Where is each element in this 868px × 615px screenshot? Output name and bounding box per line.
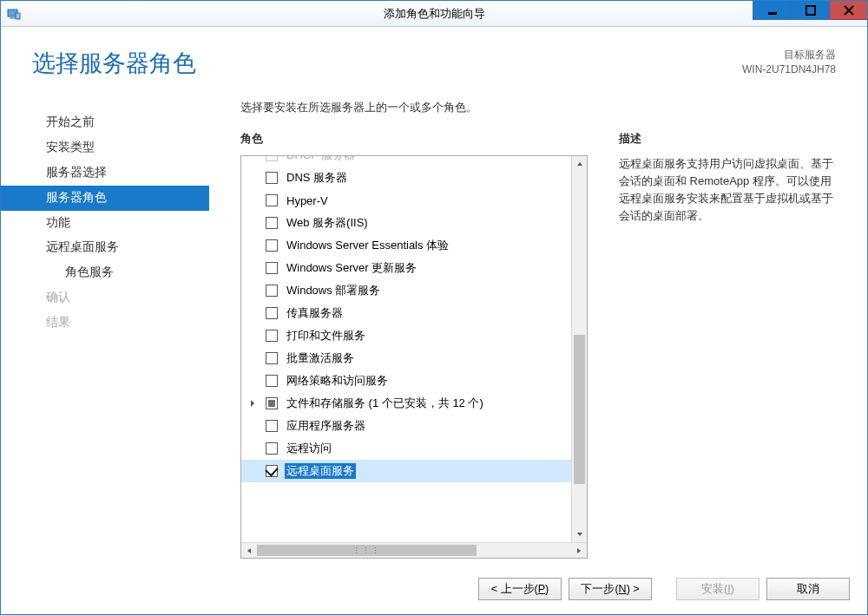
role-checkbox[interactable] (266, 420, 278, 432)
role-row[interactable]: Windows 部署服务 (241, 279, 571, 302)
role-checkbox[interactable] (266, 442, 278, 455)
next-button[interactable]: 下一步(N) > (569, 578, 652, 600)
cancel-button[interactable]: 取消 (766, 578, 850, 600)
step-results: 结果 (1, 311, 209, 336)
scroll-down-button[interactable] (572, 527, 587, 542)
roles-column-label: 角色 (240, 131, 588, 147)
scroll-up-button[interactable] (572, 156, 587, 172)
scroll-track[interactable] (572, 172, 587, 527)
role-checkbox[interactable] (266, 465, 278, 477)
role-checkbox[interactable] (266, 172, 278, 184)
hscroll-left-button[interactable] (241, 543, 257, 558)
role-label: 应用程序服务器 (285, 418, 367, 434)
instruction-text: 选择要安装在所选服务器上的一个或多个角色。 (240, 100, 836, 115)
title-bar: 添加角色和功能向导 (1, 1, 867, 27)
svg-rect-4 (806, 6, 815, 15)
role-label: 远程访问 (285, 441, 333, 456)
role-row[interactable]: 打印和文件服务 (241, 324, 571, 347)
role-row[interactable]: DNS 服务器 (241, 167, 571, 189)
roles-list-inner: DHCP 服务器DNS 服务器Hyper-VWeb 服务器(IIS)Window… (241, 156, 571, 542)
target-server-label: 目标服务器 (742, 48, 836, 62)
role-row[interactable]: DHCP 服务器 (241, 156, 571, 167)
step-confirm: 确认 (1, 285, 209, 311)
step-features[interactable]: 功能 (1, 211, 209, 236)
role-checkbox[interactable] (266, 352, 278, 364)
role-label: 远程桌面服务 (285, 463, 356, 479)
role-label: 网络策略和访问服务 (285, 373, 390, 389)
step-server-roles[interactable]: 服务器角色 (1, 186, 209, 211)
hscroll-track[interactable]: ⋮⋮⋮ (257, 543, 571, 558)
wizard-window: 添加角色和功能向导 选择服务器角色 目标服务器 WIN-2U71DN4JH78 … (0, 0, 868, 615)
role-row[interactable]: Hyper-V (241, 189, 571, 212)
role-row[interactable]: Windows Server Essentials 体验 (241, 234, 571, 257)
role-label: 打印和文件服务 (285, 328, 367, 343)
maximize-button[interactable] (791, 1, 829, 20)
role-row[interactable]: 文件和存储服务 (1 个已安装，共 12 个) (241, 392, 571, 415)
role-label: 传真服务器 (285, 305, 345, 321)
role-checkbox[interactable] (266, 194, 278, 206)
minimize-button[interactable] (753, 1, 791, 20)
step-before-begin[interactable]: 开始之前 (1, 110, 209, 135)
role-row[interactable]: 远程桌面服务 (241, 460, 571, 482)
role-row[interactable]: Windows Server 更新服务 (241, 257, 571, 279)
role-label: Windows Server Essentials 体验 (285, 238, 450, 253)
description-column-label: 描述 (619, 131, 836, 147)
role-label: 批量激活服务 (285, 350, 356, 366)
role-row[interactable]: 传真服务器 (241, 302, 571, 324)
role-checkbox[interactable] (266, 330, 278, 342)
wizard-footer: < 上一步(P) 下一步(N) > 安装(I) 取消 (1, 566, 867, 614)
role-label: 文件和存储服务 (1 个已安装，共 12 个) (285, 396, 485, 411)
role-checkbox[interactable] (266, 239, 278, 252)
roles-listbox: DHCP 服务器DNS 服务器Hyper-VWeb 服务器(IIS)Window… (240, 155, 588, 559)
install-button: 安装(I) (676, 578, 760, 600)
step-remote-desktop[interactable]: 远程桌面服务 (1, 235, 209, 260)
scroll-thumb[interactable] (574, 335, 585, 484)
role-checkbox[interactable] (266, 397, 278, 409)
role-description-text: 远程桌面服务支持用户访问虚拟桌面、基于会话的桌面和 RemoteApp 程序。可… (619, 155, 836, 226)
role-label: Hyper-V (285, 194, 330, 207)
role-checkbox[interactable] (266, 262, 278, 274)
wizard-icon (6, 6, 22, 22)
role-checkbox[interactable] (266, 217, 278, 229)
wizard-steps-sidebar: 开始之前 安装类型 服务器选择 服务器角色 功能 远程桌面服务 角色服务 确认 … (1, 89, 209, 566)
role-row[interactable]: 远程访问 (241, 437, 571, 460)
window-title: 添加角色和功能向导 (1, 6, 867, 22)
role-label: Web 服务器(IIS) (285, 215, 370, 231)
expander-icon[interactable] (247, 397, 259, 409)
role-row[interactable]: Web 服务器(IIS) (241, 212, 571, 234)
target-server-name: WIN-2U71DN4JH78 (742, 62, 836, 77)
previous-button[interactable]: < 上一步(P) (478, 578, 562, 600)
role-row[interactable]: 批量激活服务 (241, 347, 571, 370)
vertical-scrollbar[interactable] (571, 156, 587, 542)
step-server-selection[interactable]: 服务器选择 (1, 160, 209, 186)
wizard-main-panel: 选择要安装在所选服务器上的一个或多个角色。 角色 DHCP 服务器DNS 服务器… (209, 89, 867, 566)
svg-rect-3 (768, 12, 777, 15)
horizontal-scrollbar[interactable]: ⋮⋮⋮ (241, 542, 587, 558)
role-row[interactable]: 网络策略和访问服务 (241, 370, 571, 392)
role-checkbox[interactable] (266, 375, 278, 387)
role-label: DHCP 服务器 (285, 156, 357, 163)
svg-rect-1 (10, 17, 16, 19)
role-checkbox[interactable] (266, 285, 278, 297)
role-checkbox[interactable] (266, 156, 278, 161)
role-label: Windows 部署服务 (285, 283, 382, 298)
step-role-services[interactable]: 角色服务 (1, 260, 209, 285)
wizard-body: 选择服务器角色 目标服务器 WIN-2U71DN4JH78 开始之前 安装类型 … (1, 27, 867, 614)
hscroll-right-button[interactable] (571, 543, 587, 558)
close-button[interactable] (829, 1, 867, 20)
role-label: Windows Server 更新服务 (285, 260, 418, 276)
step-install-type[interactable]: 安装类型 (1, 135, 209, 160)
hscroll-thumb[interactable]: ⋮⋮⋮ (257, 545, 477, 556)
page-title: 选择服务器角色 (32, 48, 742, 79)
role-row[interactable]: 应用程序服务器 (241, 415, 571, 437)
svg-rect-2 (16, 13, 20, 19)
role-checkbox[interactable] (266, 307, 278, 319)
target-server-info: 目标服务器 WIN-2U71DN4JH78 (742, 48, 836, 78)
role-label: DNS 服务器 (285, 170, 349, 186)
